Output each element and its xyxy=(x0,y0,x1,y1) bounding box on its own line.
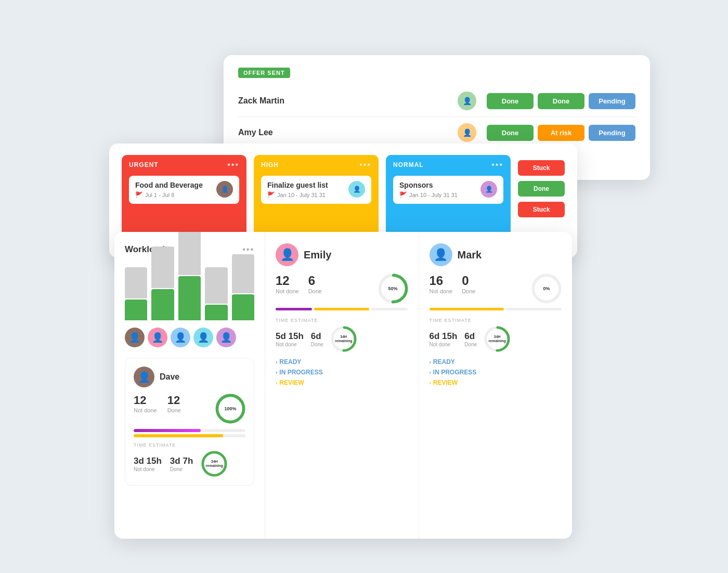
emily-time-label: 34H remaining xyxy=(335,335,352,344)
task-food-date: 🚩 Jul 1 - Jul 8 xyxy=(135,191,212,199)
mark-time-donut: 34H remaining xyxy=(484,326,510,352)
emily-time: TIME ESTIMATE 5d 15h Not done 6d Done xyxy=(276,318,408,352)
emily-inprogress-chevron: › xyxy=(276,370,277,375)
emily-prog-purple xyxy=(276,308,312,310)
bar-grey-4 xyxy=(205,267,227,304)
bar-green-3 xyxy=(178,276,201,320)
bar-group-5 xyxy=(232,254,254,320)
task-sponsor-avatar: 👤 xyxy=(480,181,497,198)
task-food-title: Food and Beverage xyxy=(135,181,212,189)
emily-donut-label: 50% xyxy=(388,286,397,292)
emily-review-chevron: › xyxy=(276,380,277,386)
emily-inprogress-link[interactable]: › IN PROGRESS xyxy=(276,369,408,376)
dave-time-done: 3d 7h Done xyxy=(170,456,193,472)
right-done: Done xyxy=(518,181,565,197)
right-stuck-2: Stuck xyxy=(518,202,565,217)
amy-status-3: Pending xyxy=(589,125,635,141)
task-sponsor-date: 🚩 Jan 10 - July 31 31 xyxy=(399,191,476,199)
emily-stats: 12 Not done 6 Done 50% xyxy=(276,274,408,304)
emily-time-row: 5d 15h Not done 6d Done xyxy=(276,326,408,352)
emily-time-donut: 34H remaining xyxy=(331,326,357,352)
bar-group-1 xyxy=(125,267,147,320)
emily-time-d: 6d Done xyxy=(311,331,323,347)
bar-grey-5 xyxy=(232,254,254,293)
dave-donut-label: 100% xyxy=(224,406,236,412)
mark-donut: 0% xyxy=(531,274,562,304)
bar-group-3 xyxy=(178,232,201,320)
emily-ready-chevron: › xyxy=(276,359,277,365)
flag-grey-icon: 🚩 xyxy=(399,191,407,199)
mark-donut-label: 0% xyxy=(543,286,550,292)
bar-grey-3 xyxy=(178,232,201,275)
bar-green-5 xyxy=(232,294,254,320)
amy-status-1: Done xyxy=(487,125,534,141)
zack-status-2: Done xyxy=(538,93,584,109)
kanban-task-urgent: Food and Beverage 🚩 Jul 1 - Jul 8 👤 xyxy=(129,176,239,204)
mark-review-link[interactable]: › REVIEW xyxy=(430,379,562,386)
dave-time-not-done: 3d 15h Not done xyxy=(134,456,162,472)
dave-avatar: 👤 xyxy=(134,367,154,387)
kanban-task-high: Finalize guest list 🚩 Jan 10 - July 31 3… xyxy=(261,176,371,204)
flag-yellow-icon: 🚩 xyxy=(267,191,275,199)
zack-name: Zack Martin xyxy=(238,96,458,106)
kanban-urgent-title: URGENT xyxy=(129,161,159,168)
dave-card: 👤 Dave 12 Not done 12 Done xyxy=(125,358,254,486)
zack-status-1: Done xyxy=(487,93,534,109)
dave-time-donut: 34H remaining xyxy=(201,451,227,477)
dave-prog-fill-yellow xyxy=(134,434,223,437)
emily-name: Emily xyxy=(304,249,331,261)
emily-not-done: 12 Not done xyxy=(276,274,299,304)
offer-badge: OFFER SENT xyxy=(238,68,290,78)
right-stuck-1: Stuck xyxy=(518,160,565,176)
mark-review-chevron: › xyxy=(430,380,431,386)
avatar-van-small: 👤 xyxy=(193,328,213,347)
emily-review-link[interactable]: › REVIEW xyxy=(276,379,408,386)
mark-stats: 16 Not done 0 Done 0% xyxy=(430,274,562,304)
kanban-high-title: HIGH xyxy=(261,161,279,168)
dave-prog-purple xyxy=(134,429,245,432)
emily-prog-yellow xyxy=(314,308,369,310)
bar-grey-1 xyxy=(125,267,147,298)
mark-time-d: 6d Done xyxy=(464,331,477,347)
mark-not-done: 16 Not done xyxy=(430,274,453,304)
task-guest-date: 🚩 Jan 10 - July 31 31 xyxy=(267,191,344,199)
task-food-avatar: 👤 xyxy=(216,181,233,198)
mark-panel: 👤 Mark 16 Not done 0 Done xyxy=(419,232,573,539)
mark-ready-chevron: › xyxy=(430,359,431,365)
emily-header: 👤 Emily xyxy=(276,243,408,266)
avatar-dave-small: 👤 xyxy=(125,328,145,347)
flag-red-icon: 🚩 xyxy=(135,191,143,199)
emily-avatar: 👤 xyxy=(276,243,298,266)
dave-name: Dave xyxy=(160,372,179,382)
kanban-normal-dots: ••• xyxy=(491,160,503,170)
emily-donut: 50% xyxy=(378,274,408,304)
mark-inprogress-chevron: › xyxy=(430,370,431,375)
mark-prog-yellow xyxy=(430,308,504,310)
mark-sections: › READY › IN PROGRESS › REVIEW xyxy=(430,358,562,386)
emily-time-nd: 5d 15h Not done xyxy=(276,331,304,347)
task-guest-title: Finalize guest list xyxy=(267,181,344,189)
offer-row-zack: Zack Martin 👤 Done Done Pending xyxy=(238,85,635,117)
task-sponsor-title: Sponsors xyxy=(399,181,476,189)
emily-ready-link[interactable]: › READY xyxy=(276,358,408,366)
mark-time: TIME ESTIMATE 6d 15h Not done 6d Done xyxy=(430,318,562,352)
zack-status-3: Pending xyxy=(589,93,635,109)
workload-avatars: 👤 👤 👤 👤 👤 xyxy=(125,328,254,347)
mark-ready-link[interactable]: › READY xyxy=(430,358,562,366)
task-guest-avatar: 👤 xyxy=(348,181,365,198)
mark-time-row: 6d 15h Not done 6d Done xyxy=(430,326,562,352)
emily-sections: › READY › IN PROGRESS › REVIEW xyxy=(276,358,408,386)
mark-inprogress-link[interactable]: › IN PROGRESS xyxy=(430,369,562,376)
avatar-sponsor-small: 👤 xyxy=(216,328,236,347)
dave-prog-yellow xyxy=(134,434,245,437)
mark-avatar: 👤 xyxy=(430,243,452,266)
dave-time-label: 34H remaining xyxy=(206,460,223,468)
workload-bar-chart xyxy=(125,263,254,320)
dave-done: 12 Done xyxy=(167,394,181,424)
kanban-normal-title: NORMAL xyxy=(393,161,424,168)
workload-card: Workload ••• xyxy=(114,232,572,539)
mark-prog-empty xyxy=(506,308,562,310)
panel-right: 👤 Emily 12 Not done 6 Done xyxy=(265,232,572,539)
bar-group-2 xyxy=(151,246,174,320)
workload-dots: ••• xyxy=(242,245,254,254)
